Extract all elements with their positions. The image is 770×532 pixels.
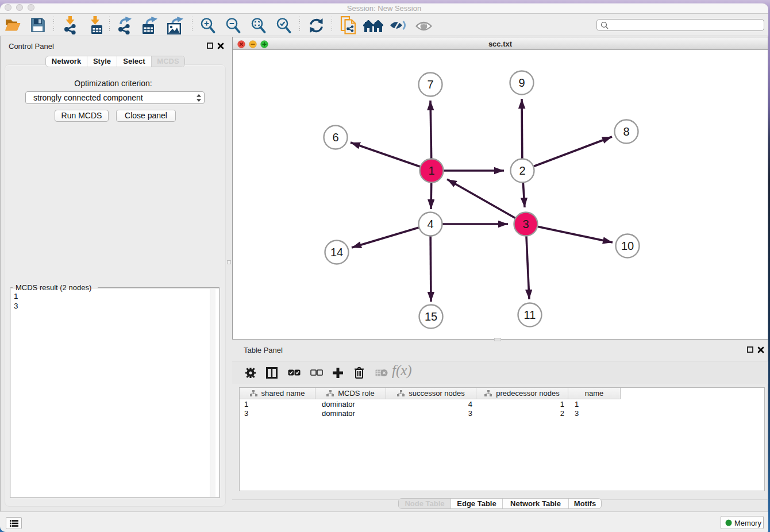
svg-text:2: 2 <box>519 164 525 177</box>
svg-text:8: 8 <box>623 125 629 138</box>
svg-text:3: 3 <box>522 218 529 230</box>
svg-text:11: 11 <box>524 309 536 321</box>
svg-text:9: 9 <box>518 76 525 89</box>
svg-text:10: 10 <box>621 240 634 252</box>
svg-text:7: 7 <box>427 78 433 91</box>
svg-text:1: 1 <box>428 164 434 177</box>
svg-text:6: 6 <box>332 131 338 144</box>
svg-text:15: 15 <box>425 310 437 323</box>
svg-text:4: 4 <box>427 218 433 230</box>
svg-text:14: 14 <box>330 246 343 259</box>
